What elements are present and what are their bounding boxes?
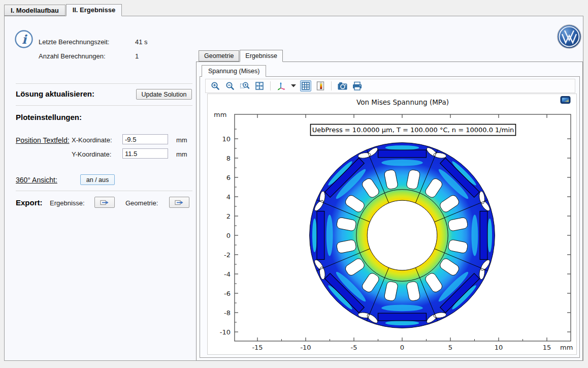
zoom-out-icon[interactable]: [224, 80, 236, 91]
export-icon: [175, 199, 184, 206]
y-coordinate-input[interactable]: [122, 148, 168, 159]
divider: [16, 105, 192, 106]
svg-text:4: 4: [226, 193, 231, 201]
export-results-label: Ergebnisse:: [50, 199, 85, 207]
computation-count-value: 1: [135, 52, 139, 60]
tab-ergebnisse-plot[interactable]: Ergebnisse: [240, 50, 283, 62]
update-solution-button[interactable]: Update Solution: [136, 89, 192, 100]
results-panel: Spannung (Mises): [196, 62, 583, 361]
x-coordinate-unit: mm: [176, 136, 187, 144]
x-axis-unit: mm: [560, 344, 573, 351]
view-360-label: 360° Ansicht:: [16, 176, 57, 184]
snapshot-camera-icon[interactable]: [337, 80, 348, 91]
color-legend-toggle-icon[interactable]: [315, 80, 326, 91]
stress-plot: -15-10-50510151086420-2-4-6-8-10 Von Mis…: [208, 94, 577, 355]
print-icon[interactable]: [351, 80, 363, 91]
svg-text:0: 0: [226, 232, 231, 239]
main-tab-bar: I. Modellaufbau II. Ergebnisse: [4, 4, 122, 16]
svg-text:-10: -10: [220, 328, 231, 336]
svg-text:15: 15: [543, 344, 551, 351]
export-geometry-label: Geometrie:: [125, 199, 158, 207]
y-coordinate-unit: mm: [176, 150, 187, 158]
view-360-toggle-button[interactable]: an / aus: [80, 174, 115, 185]
svg-text:5: 5: [448, 344, 452, 351]
tab-spannung-mises[interactable]: Spannung (Mises): [202, 65, 266, 77]
tab-ergebnisse[interactable]: II. Ergebnisse: [66, 4, 122, 16]
volkswagen-logo: [557, 24, 582, 49]
svg-text:0: 0: [400, 344, 404, 351]
tab-modellaufbau[interactable]: I. Modellaufbau: [4, 5, 66, 16]
toolbar-separator: [331, 81, 332, 90]
svg-text:-2: -2: [224, 251, 231, 259]
svg-text:6: 6: [226, 174, 231, 181]
plot-toolbar: [205, 79, 575, 93]
plot-title: Von Mises Spannung (MPa): [356, 98, 449, 106]
x-coordinate-input[interactable]: [122, 134, 168, 144]
divider: [16, 83, 192, 84]
svg-text:-8: -8: [224, 309, 231, 317]
svg-text:-6: -6: [224, 290, 231, 297]
svg-text:-4: -4: [224, 270, 231, 278]
last-computation-label: Letzte Berechnungszeit:: [39, 38, 109, 46]
grid-toggle-icon[interactable]: [300, 80, 311, 91]
last-computation-value: 41 s: [135, 38, 148, 46]
rotor-cross-section: [310, 143, 495, 328]
export-icon: [100, 199, 109, 206]
axis-orientation-icon[interactable]: [276, 80, 287, 91]
info-icon: i: [14, 29, 34, 49]
plot-canvas[interactable]: -15-10-50510151086420-2-4-6-8-10 Von Mis…: [207, 94, 577, 355]
main-panel: i Letzte Berechnungszeit: 41 s Anzahl Be…: [4, 16, 583, 361]
y-axis-unit: mm: [214, 111, 226, 118]
results-tab-bar: Geometrie Ergebnisse: [199, 50, 283, 62]
svg-text:8: 8: [226, 155, 231, 162]
zoom-box-icon[interactable]: [239, 80, 250, 91]
x-coordinate-label: X-Koordinate:: [72, 136, 112, 144]
svg-text:2: 2: [226, 212, 231, 220]
open-plot-window-icon[interactable]: [560, 96, 571, 107]
svg-text:-5: -5: [351, 344, 357, 351]
svg-text:10: 10: [222, 135, 231, 143]
update-solution-heading: Lösung aktualisieren:: [16, 89, 94, 98]
plot-settings-heading: Ploteinstellungen:: [16, 113, 82, 121]
zoom-in-icon[interactable]: [210, 80, 221, 91]
y-coordinate-label: Y-Koordinate:: [72, 150, 111, 158]
export-results-button[interactable]: [94, 197, 115, 208]
svg-text:10: 10: [495, 344, 503, 351]
stress-plot-panel: -15-10-50510151086420-2-4-6-8-10 Von Mis…: [200, 76, 580, 358]
toolbar-separator: [270, 81, 271, 90]
divider: [16, 191, 192, 191]
export-heading: Export:: [16, 198, 43, 207]
svg-text:-10: -10: [300, 344, 311, 351]
computation-count-label: Anzahl Berechnungen:: [39, 52, 106, 60]
annotation-text: UebPress = 10.0000 μm, T = 100.000 °C, n…: [312, 126, 514, 134]
export-geometry-button[interactable]: [169, 197, 189, 208]
svg-text:-15: -15: [252, 344, 263, 351]
zoom-extents-icon[interactable]: [254, 80, 265, 91]
dropdown-caret-icon[interactable]: [290, 80, 297, 91]
tab-geometrie[interactable]: Geometrie: [199, 50, 239, 62]
textfield-position-label: Position Textfeld:: [16, 136, 70, 144]
